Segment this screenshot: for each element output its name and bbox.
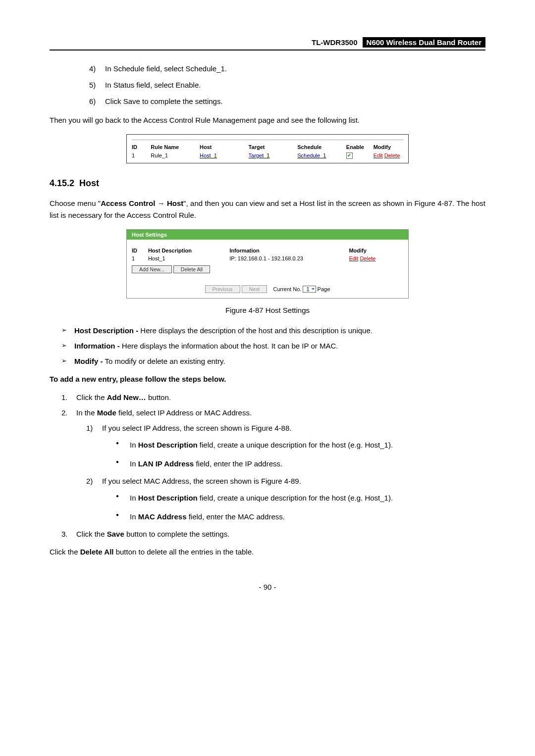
- step-1: 1. Click the Add New… button.: [61, 393, 485, 402]
- delete-link[interactable]: Delete: [360, 255, 375, 261]
- step-text: In Schedule field, select Schedule_1.: [105, 64, 227, 73]
- section-paragraph: Choose menu "Access Control → Host", and…: [50, 198, 485, 221]
- col-id: ID: [132, 247, 148, 254]
- step-number: 6): [89, 97, 105, 105]
- intro-steps: 4)In Schedule field, select Schedule_1. …: [50, 64, 485, 105]
- text: Click the: [76, 530, 107, 538]
- text: In the: [76, 408, 97, 417]
- edit-link[interactable]: Edit: [349, 255, 358, 261]
- page-select[interactable]: 1: [303, 286, 316, 293]
- text: If you select MAC Address, the screen sh…: [102, 477, 301, 485]
- model-label: TL-WDR3500: [312, 38, 358, 47]
- cell-host-link[interactable]: Host_1: [200, 152, 217, 158]
- text: field, enter the IP address.: [194, 459, 282, 468]
- host-settings-title: Host Settings: [127, 230, 408, 240]
- bold-text: Access Control: [101, 199, 155, 207]
- bold-text: Save: [107, 530, 124, 538]
- add-entry-intro: To add a new entry, please follow the st…: [50, 373, 485, 385]
- substep-1: 1) If you select IP Address, the screen …: [86, 424, 485, 470]
- step-number: 5): [89, 81, 105, 89]
- host-settings-screenshot: Host Settings ID Host Description Inform…: [126, 229, 409, 299]
- ip-bullets: In Host Description field, create a uniq…: [102, 439, 485, 470]
- list-item: In Host Description field, create a uniq…: [116, 492, 485, 504]
- next-button[interactable]: Next: [242, 285, 268, 293]
- text: In: [130, 459, 138, 468]
- delete-link[interactable]: Delete: [384, 152, 400, 158]
- col-modify: Modify: [374, 143, 403, 151]
- cell-id: 1: [132, 151, 151, 160]
- section-heading: 4.15.2 Host: [50, 178, 485, 189]
- step-number: 2): [86, 477, 93, 485]
- text: In: [130, 494, 138, 502]
- bold-text: Host Description: [138, 441, 198, 449]
- pager-label: Current No.: [273, 286, 301, 292]
- delete-all-paragraph: Click the Delete All button to delete al…: [50, 546, 485, 558]
- bold-text: Modify -: [74, 357, 103, 365]
- cell-id: 1: [132, 254, 148, 262]
- step-number: 1.: [61, 393, 68, 402]
- text: field, select IP Address or MAC Address.: [116, 408, 252, 417]
- text: In: [130, 441, 138, 449]
- description-list: Host Description - Here displays the des…: [50, 326, 485, 365]
- bold-text: Mode: [97, 408, 116, 417]
- intro-step-4: 4)In Schedule field, select Schedule_1.: [89, 64, 485, 73]
- page-header: TL-WDR3500 N600 Wireless Dual Band Route…: [50, 37, 485, 50]
- text: field, enter the MAC address.: [186, 512, 284, 521]
- add-new-button[interactable]: Add New...: [132, 265, 172, 273]
- table-row: 1 Rule_1 Host_1 Target_1 Schedule_1 ✔ Ed…: [132, 151, 403, 160]
- intro-step-6: 6)Click Save to complete the settings.: [89, 97, 485, 105]
- product-label: N600 Wireless Dual Band Router: [363, 37, 485, 48]
- text: button.: [146, 393, 171, 402]
- table-row: 1 Host_1 IP: 192.168.0.1 - 192.168.0.23 …: [132, 254, 403, 262]
- arrow-text: →: [155, 199, 167, 207]
- col-id: ID: [132, 143, 151, 151]
- edit-link[interactable]: Edit: [374, 152, 383, 158]
- col-rule-name: Rule Name: [151, 143, 200, 151]
- cell-info: IP: 192.168.0.1 - 192.168.0.23: [229, 254, 349, 262]
- list-item: Modify - To modify or delete an existing…: [61, 357, 485, 365]
- text: Here displays the description of the hos…: [138, 326, 373, 335]
- step-2-sub: 1) If you select IP Address, the screen …: [76, 424, 485, 523]
- section-number: 4.15.2: [50, 178, 74, 188]
- list-item: In MAC Address field, enter the MAC addr…: [116, 511, 485, 523]
- step-number: 2.: [61, 408, 68, 417]
- bold-text: Add New…: [107, 393, 146, 402]
- cell-schedule-link[interactable]: Schedule_1: [297, 152, 326, 158]
- substep-2: 2) If you select MAC Address, the screen…: [86, 477, 485, 523]
- step-text: In Status field, select Enable.: [105, 81, 201, 89]
- bold-text: LAN IP Address: [138, 459, 194, 468]
- enable-checkbox[interactable]: ✔: [346, 152, 353, 159]
- bold-text: Information -: [74, 342, 120, 350]
- bold-text: Delete All: [80, 548, 114, 556]
- cell-target-link[interactable]: Target_1: [249, 152, 270, 158]
- step-number: 3.: [61, 530, 68, 538]
- step-text: Click Save to complete the settings.: [105, 97, 223, 105]
- step-2: 2. In the Mode field, select IP Address …: [61, 408, 485, 523]
- text: Here displays the information about the …: [120, 342, 338, 350]
- col-host: Host: [200, 143, 249, 151]
- delete-all-button[interactable]: Delete All: [173, 265, 210, 273]
- col-modify: Modify: [349, 247, 403, 254]
- section-title: Host: [79, 178, 99, 188]
- text: field, create a unique description for t…: [198, 494, 393, 502]
- cell-desc: Host_1: [148, 254, 229, 262]
- figure-caption: Figure 4-87 Host Settings: [50, 304, 485, 316]
- bold-text: Host Description: [138, 494, 198, 502]
- intro-paragraph: Then you will go back to the Access Cont…: [50, 114, 485, 126]
- text: Choose menu ": [50, 199, 101, 207]
- bold-text: To add a new entry, please follow the st…: [50, 375, 226, 383]
- mac-bullets: In Host Description field, create a uniq…: [102, 492, 485, 523]
- text: If you select IP Address, the screen sho…: [102, 424, 291, 432]
- pager: Previous Next Current No. 1 Page: [132, 282, 403, 293]
- text: button to delete all the entries in the …: [114, 548, 254, 556]
- add-entry-steps: 1. Click the Add New… button. 2. In the …: [50, 393, 485, 538]
- step-number: 1): [86, 424, 93, 432]
- bold-text: MAC Address: [138, 512, 187, 521]
- bold-text: Host Description -: [74, 326, 138, 335]
- text: button to complete the settings.: [124, 530, 230, 538]
- col-enable: Enable: [346, 143, 374, 151]
- list-item: Information - Here displays the informat…: [61, 342, 485, 350]
- text: In: [130, 512, 138, 521]
- text: Click the: [76, 393, 107, 402]
- previous-button[interactable]: Previous: [205, 285, 240, 293]
